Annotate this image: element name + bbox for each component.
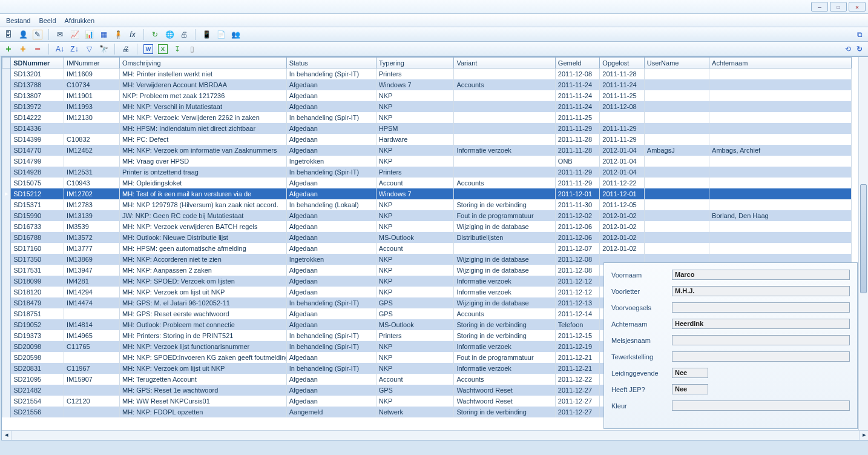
add-alt-icon[interactable]: +: [18, 44, 28, 54]
table-row[interactable]: SD15371IM12783MH: NKP 1297978 (Hilversum…: [2, 199, 852, 210]
add-icon[interactable]: +: [4, 44, 13, 54]
lbl-leidinggevende: Leidinggevende: [611, 370, 672, 377]
table-row[interactable]: SD14399C10832MH: PC: DefectAfgedaanHardw…: [2, 134, 852, 145]
close-button[interactable]: ✕: [849, 2, 866, 12]
db-icon[interactable]: 🗄: [4, 30, 13, 39]
menu-bestand[interactable]: Bestand: [6, 17, 30, 24]
col-imnummer[interactable]: IMNummer: [64, 58, 120, 68]
col-sdnummer[interactable]: SDNummer: [11, 58, 64, 68]
separator: [48, 29, 49, 40]
col-variant[interactable]: Variant: [454, 58, 555, 68]
reload-icon[interactable]: ↻: [855, 44, 864, 54]
minimize-button[interactable]: —: [811, 2, 828, 12]
val-kleur[interactable]: [672, 400, 850, 411]
table-row[interactable]: SD13201IM11609MH: Printer instellen werk…: [2, 68, 852, 79]
col-username[interactable]: UserName: [644, 58, 709, 68]
table-row[interactable]: SD14222IM12130MH: NKP: Verzoek: Verwijde…: [2, 112, 852, 123]
table-row[interactable]: SD16733IM3539MH: NKP: Verzoek verwijdere…: [2, 221, 852, 232]
lbl-heeftjep: Heeft JEP?: [611, 386, 672, 393]
table-row[interactable]: SD13788C10734MH: Verwijderen Account MBR…: [2, 79, 852, 90]
doc-icon[interactable]: 📄: [216, 30, 226, 39]
lbl-kleur: Kleur: [611, 402, 672, 410]
col-typering[interactable]: Typering: [376, 58, 454, 68]
menu-beeld[interactable]: Beeld: [39, 17, 56, 24]
edit-icon[interactable]: ✎: [33, 30, 42, 39]
val-voorvoegsels[interactable]: [672, 302, 850, 313]
user-icon[interactable]: 👤: [18, 30, 28, 39]
sort-desc-icon[interactable]: Z↓: [70, 44, 79, 54]
print-icon[interactable]: 🖨: [179, 30, 189, 39]
refresh-icon[interactable]: ↻: [150, 30, 160, 39]
toolbar-grid: + + − A↓ Z↓ ▽ 🔭 🖨 W X ↧ ▯ ⟲ ↻: [0, 42, 868, 56]
data-grid[interactable]: SDNummerIMNummerOmschrijvingStatusTyperi…: [1, 56, 868, 440]
table-row[interactable]: SD13972IM11993MH: NKP: Verschil in Mutat…: [2, 101, 852, 112]
separator: [48, 44, 49, 55]
col-status[interactable]: Status: [286, 58, 376, 68]
table-row[interactable]: SD14770IM12452MH: NKP: Verzoek om inform…: [2, 145, 852, 156]
table-row[interactable]: SD16788IM13572MH: Outlook: Nieuwe Distri…: [2, 232, 852, 243]
column-icon[interactable]: ▯: [187, 44, 197, 54]
excel-icon[interactable]: X: [158, 44, 168, 54]
scroll-thumb[interactable]: [860, 184, 867, 293]
chart-icon[interactable]: 📈: [70, 30, 79, 39]
lbl-achternaam: Achternaam: [611, 320, 672, 328]
val-heeftjep[interactable]: Nee: [672, 384, 708, 394]
table-row[interactable]: SD14799MH: Vraag over HPSDIngetrokkenNKP…: [2, 156, 852, 167]
users-icon[interactable]: 👥: [231, 30, 240, 39]
table-row[interactable]: SD17160IM13777MH: HPSM: geen automatisch…: [2, 243, 852, 254]
col-achternaam[interactable]: Achternaam: [709, 58, 852, 68]
sync-icon[interactable]: ⟲: [843, 44, 853, 54]
phone-icon[interactable]: 📱: [202, 30, 211, 39]
separator: [137, 44, 137, 55]
remove-icon[interactable]: −: [33, 44, 42, 54]
vertical-scrollbar[interactable]: [858, 57, 868, 440]
export-icon[interactable]: ↧: [173, 44, 182, 54]
fx-icon[interactable]: fx: [128, 30, 137, 39]
table-row[interactable]: SD15990IM13139JW: NKP: Geen RC code bij …: [2, 210, 852, 221]
col-gemeld[interactable]: Gemeld: [555, 58, 600, 68]
table-row[interactable]: SD14928IM12531Printer is ontzettend traa…: [2, 167, 852, 178]
sort-asc-icon[interactable]: A↓: [55, 44, 65, 54]
val-meisjesnaam[interactable]: [672, 335, 850, 345]
binoculars-icon[interactable]: 🔭: [99, 44, 108, 54]
table-row[interactable]: SD14336MH: HPSM: Indiendatum niet direct…: [2, 123, 852, 134]
toolbar-main: 🗄 👤 ✎ ✉ 📈 📊 ▦ 🧍 fx ↻ 🌐 🖨 📱 📄 👥 ⧉: [0, 27, 868, 42]
layout-icon[interactable]: ⧉: [855, 30, 864, 39]
menu-bar: Bestand Beeld Afdrukken: [0, 14, 868, 27]
table-row[interactable]: SD13807IM11901NKP: Probleem met zaak 121…: [2, 90, 852, 101]
title-bar: — ☐ ✕: [0, 0, 868, 14]
header-row[interactable]: SDNummerIMNummerOmschrijvingStatusTyperi…: [2, 58, 852, 68]
globe-icon[interactable]: 🌐: [165, 30, 174, 39]
table-row[interactable]: SD15075C10943MH: OpleidingsloketAfgedaan…: [2, 178, 852, 188]
lbl-meisjesnaam: Meisjesnaam: [611, 337, 672, 344]
table-icon[interactable]: ▦: [99, 30, 108, 39]
val-achternaam[interactable]: Heerdink: [672, 319, 850, 329]
detail-panel: VoornaamMarco VoorletterM.H.J. Voorvoegs…: [603, 262, 858, 429]
mail-icon[interactable]: ✉: [55, 30, 65, 39]
separator: [195, 29, 196, 40]
val-voornaam[interactable]: Marco: [672, 270, 850, 280]
separator: [114, 44, 115, 55]
val-voorletter[interactable]: M.H.J.: [672, 286, 850, 296]
filter-icon[interactable]: ▽: [84, 44, 94, 54]
maximize-button[interactable]: ☐: [830, 2, 847, 12]
lbl-voorletter: Voorletter: [611, 288, 672, 295]
bars-icon[interactable]: 📊: [84, 30, 94, 39]
lbl-voornaam: Voornaam: [611, 271, 672, 279]
word-icon[interactable]: W: [143, 44, 153, 54]
lbl-voorvoegsels: Voorvoegsels: [611, 304, 672, 311]
col-omschrijving[interactable]: Omschrijving: [119, 58, 286, 68]
table-row[interactable]: ▸SD15212IM12702MH: Test of ik een mail k…: [2, 188, 852, 199]
print2-icon[interactable]: 🖨: [121, 44, 131, 54]
horizontal-scrollbar[interactable]: ◂ ▸: [2, 430, 868, 440]
lbl-tewerkstelling: Tewerkstelling: [611, 353, 672, 360]
person-icon[interactable]: 🧍: [113, 30, 123, 39]
val-leidinggevende[interactable]: Nee: [672, 368, 708, 378]
separator: [143, 29, 144, 40]
menu-afdrukken[interactable]: Afdrukken: [65, 17, 95, 24]
val-tewerkstelling[interactable]: [672, 351, 850, 362]
col-opgelost[interactable]: Opgelost: [600, 58, 645, 68]
